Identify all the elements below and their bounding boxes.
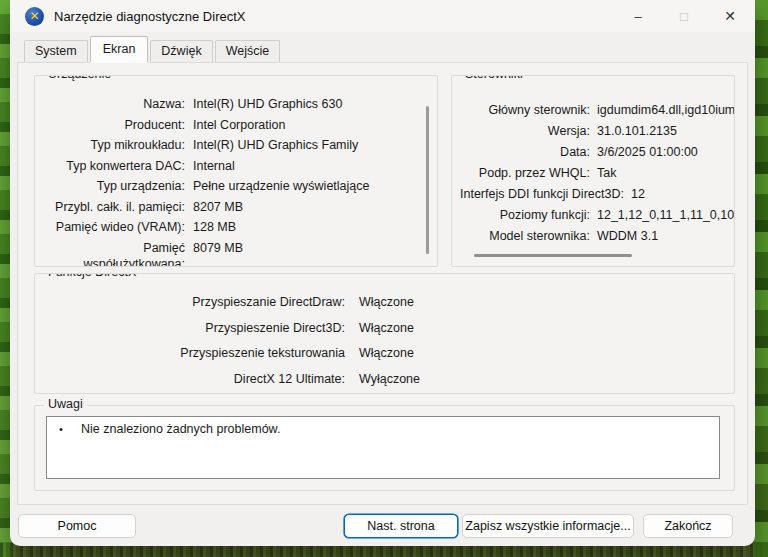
row-label: Podp. przez WHQL: bbox=[460, 165, 590, 181]
features-legend: Funkcje DirectX bbox=[44, 273, 140, 279]
device-groupbox: Urządzenie Nazwa:Intel(R) UHD Graphics 6… bbox=[34, 75, 438, 267]
info-row: Nazwa:Intel(R) UHD Graphics 630 bbox=[45, 96, 413, 112]
row-label: Interfejs DDI funkcji Direct3D: bbox=[460, 186, 624, 202]
minimize-icon[interactable]: – bbox=[615, 0, 661, 32]
info-row: Przyspieszanie DirectDraw:Włączone bbox=[45, 294, 724, 310]
row-label: Pamięć współużytkowana: bbox=[45, 240, 185, 268]
row-value: Intel(R) UHD Graphics 630 bbox=[193, 96, 342, 112]
tab-page-ekran: Urządzenie Nazwa:Intel(R) UHD Graphics 6… bbox=[17, 62, 748, 505]
row-label: Główny sterownik: bbox=[460, 102, 590, 118]
device-rows: Nazwa:Intel(R) UHD Graphics 630Producent… bbox=[45, 96, 413, 267]
tab-ekran[interactable]: Ekran bbox=[90, 36, 149, 62]
info-row: Typ mikroukładu:Intel(R) UHD Graphics Fa… bbox=[45, 137, 413, 153]
bullet-icon: • bbox=[55, 421, 81, 438]
row-value: Włączone bbox=[359, 294, 414, 310]
row-label: Typ mikroukładu: bbox=[45, 137, 185, 153]
directx-features-groupbox: Funkcje DirectX Przyspieszanie DirectDra… bbox=[34, 273, 735, 394]
window-controls: – □ ✕ bbox=[615, 0, 755, 32]
info-row: Data:3/6/2025 01:00:00 bbox=[460, 144, 728, 160]
row-value: 31.0.101.2135 bbox=[597, 123, 677, 139]
row-value: Intel(R) UHD Graphics Family bbox=[193, 137, 358, 153]
drivers-legend: Sterowniki bbox=[461, 75, 527, 81]
horizontal-scrollbar[interactable] bbox=[474, 254, 632, 257]
note-text: Nie znaleziono żadnych problemów. bbox=[81, 421, 280, 438]
row-value: 128 MB bbox=[193, 219, 236, 235]
row-value: Włączone bbox=[359, 320, 414, 336]
window-title: Narzędzie diagnostyczne DirectX bbox=[54, 9, 245, 24]
row-value: Intel Corporation bbox=[193, 117, 285, 133]
title-bar[interactable]: ✕ Narzędzie diagnostyczne DirectX – □ ✕ bbox=[10, 0, 755, 32]
desktop-background: ✕ Narzędzie diagnostyczne DirectX – □ ✕ … bbox=[0, 0, 768, 557]
row-label: Wersja: bbox=[460, 123, 590, 139]
notes-groupbox: Uwagi •Nie znaleziono żadnych problemów. bbox=[34, 405, 735, 491]
device-legend: Urządzenie bbox=[44, 75, 115, 81]
info-row: Producent:Intel Corporation bbox=[45, 117, 413, 133]
info-row: Pamięć wideo (VRAM):128 MB bbox=[45, 219, 413, 235]
info-row: Podp. przez WHQL:Tak bbox=[460, 165, 728, 181]
dxdiag-window: ✕ Narzędzie diagnostyczne DirectX – □ ✕ … bbox=[10, 0, 755, 546]
row-value: 3/6/2025 01:00:00 bbox=[597, 144, 698, 160]
row-label: Poziomy funkcji: bbox=[460, 207, 590, 223]
exit-button[interactable]: Zakończ bbox=[643, 514, 733, 538]
row-value: WDDM 3.1 bbox=[597, 228, 658, 244]
info-row: Poziomy funkcji:12_1,12_0,11_1,11_0,10_1… bbox=[460, 207, 728, 223]
row-label: Przyspieszanie DirectDraw: bbox=[45, 294, 345, 310]
notes-listbox[interactable]: •Nie znaleziono żadnych problemów. bbox=[46, 416, 720, 479]
row-value: igdumdim64.dll,igd10iumd64.dll,igd bbox=[597, 102, 735, 118]
info-row: Główny sterownik:igdumdim64.dll,igd10ium… bbox=[460, 102, 728, 118]
vertical-scrollbar[interactable] bbox=[426, 106, 429, 254]
info-row: Przyspieszenie teksturowaniaWłączone bbox=[45, 345, 724, 361]
drivers-groupbox: Sterowniki Główny sterownik:igdumdim64.d… bbox=[451, 75, 735, 267]
row-value: 12 bbox=[631, 186, 645, 202]
save-all-information-button[interactable]: Zapisz wszystkie informacje... bbox=[462, 514, 634, 538]
row-value: Włączone bbox=[359, 345, 414, 361]
info-row: Wersja:31.0.101.2135 bbox=[460, 123, 728, 139]
row-label: Model sterownika: bbox=[460, 228, 590, 244]
row-value: Pełne urządzenie wyświetlające bbox=[193, 178, 369, 194]
info-row: Przyspieszenie Direct3D:Włączone bbox=[45, 320, 724, 336]
row-label: Producent: bbox=[45, 117, 185, 133]
info-row: DirectX 12 Ultimate:Wyłączone bbox=[45, 371, 724, 387]
next-page-button[interactable]: Nast. strona bbox=[344, 514, 458, 538]
help-button[interactable]: Pomoc bbox=[18, 514, 136, 538]
row-label: DirectX 12 Ultimate: bbox=[45, 371, 345, 387]
close-icon[interactable]: ✕ bbox=[707, 0, 753, 32]
info-row: Typ konwertera DAC:Internal bbox=[45, 158, 413, 174]
info-row: Typ urządzenia:Pełne urządzenie wyświetl… bbox=[45, 178, 413, 194]
row-label: Przyspieszenie teksturowania bbox=[45, 345, 345, 361]
row-value: Wyłączone bbox=[359, 371, 420, 387]
row-value: 8207 MB bbox=[193, 199, 243, 215]
row-label: Typ urządzenia: bbox=[45, 178, 185, 194]
tab-d-wi-k[interactable]: Dźwięk bbox=[150, 40, 212, 62]
row-value: 12_1,12_0,11_1,11_0,10_1,10_0,9_3 bbox=[597, 207, 735, 223]
note-item: •Nie znaleziono żadnych problemów. bbox=[55, 421, 711, 438]
row-value: Internal bbox=[193, 158, 235, 174]
info-row: Model sterownika:WDDM 3.1 bbox=[460, 228, 728, 244]
tab-wej-cie[interactable]: Wejście bbox=[215, 40, 281, 62]
drivers-rows: Główny sterownik:igdumdim64.dll,igd10ium… bbox=[460, 102, 728, 244]
row-label: Nazwa: bbox=[45, 96, 185, 112]
notes-legend: Uwagi bbox=[44, 397, 87, 411]
tab-strip: SystemEkranDźwiękWejście bbox=[24, 41, 282, 62]
info-row: Przybl. całk. il. pamięci:8207 MB bbox=[45, 199, 413, 215]
row-label: Przybl. całk. il. pamięci: bbox=[45, 199, 185, 215]
directx-icon: ✕ bbox=[25, 7, 44, 26]
row-label: Przyspieszenie Direct3D: bbox=[45, 320, 345, 336]
features-rows: Przyspieszanie DirectDraw:WłączonePrzysp… bbox=[45, 294, 724, 387]
row-value: Tak bbox=[597, 165, 616, 181]
row-value: 8079 MB bbox=[193, 240, 243, 256]
row-label: Pamięć wideo (VRAM): bbox=[45, 219, 185, 235]
row-label: Data: bbox=[460, 144, 590, 160]
tab-system[interactable]: System bbox=[24, 40, 88, 62]
maximize-icon: □ bbox=[661, 0, 707, 32]
row-label: Typ konwertera DAC: bbox=[45, 158, 185, 174]
info-row: Interfejs DDI funkcji Direct3D:12 bbox=[460, 186, 728, 202]
info-row: Pamięć współużytkowana:8079 MB bbox=[45, 240, 413, 268]
